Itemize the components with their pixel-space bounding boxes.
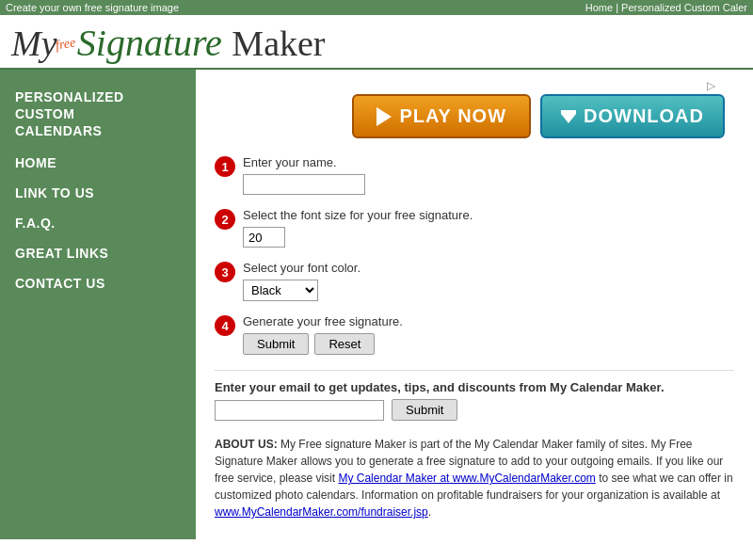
name-input[interactable]	[243, 174, 365, 195]
logo-maker: Maker	[232, 25, 325, 61]
logo: MyfreeSignature Maker	[11, 23, 326, 62]
step-1-num: 1	[215, 156, 235, 177]
sidebar-item-great-links[interactable]: GREAT LINKS	[0, 238, 196, 268]
sidebar-item-contact-us[interactable]: CONTACT US	[0, 268, 196, 298]
step-4-row: 4 Generate your free signature. Submit R…	[215, 314, 734, 355]
about-link-2[interactable]: www.MyCalendarMaker.com/fundraiser.jsp	[215, 505, 428, 519]
sidebar-item-calendars[interactable]: PERSONALIZED CUSTOM CALENDARS	[0, 81, 196, 148]
step-2-content: Select the font size for your free signa…	[243, 208, 734, 248]
email-label: Enter your email to get updates, tips, a…	[215, 380, 734, 394]
about-bold-label: ABOUT US:	[215, 438, 278, 451]
top-bar: Create your own free signature image Hom…	[0, 0, 753, 15]
logo-area: MyfreeSignature Maker	[0, 15, 753, 70]
sidebar-item-link-to-us[interactable]: LINK TO US	[0, 178, 196, 208]
email-row: Submit	[215, 399, 734, 421]
email-submit-button[interactable]: Submit	[392, 399, 457, 421]
main-layout: PERSONALIZED CUSTOM CALENDARS HOME LINK …	[0, 70, 753, 539]
top-bar-right: Home | Personalized Custom Caler	[585, 2, 747, 13]
step-1-content: Enter your name.	[243, 155, 734, 195]
download-button[interactable]: DOWNLOAD	[540, 94, 725, 138]
fontsize-input[interactable]	[243, 227, 285, 248]
about-text-3: .	[428, 505, 431, 519]
step-1-row: 1 Enter your name.	[215, 155, 734, 195]
step-2-row: 2 Select the font size for your free sig…	[215, 208, 734, 248]
sidebar: PERSONALIZED CUSTOM CALENDARS HOME LINK …	[0, 70, 196, 539]
step-2-label: Select the font size for your free signa…	[243, 208, 734, 222]
step-3-content: Select your font color. Black Red Blue G…	[243, 261, 734, 301]
play-now-button[interactable]: PLAY NOW	[352, 94, 531, 138]
submit-button[interactable]: Submit	[243, 333, 309, 355]
logo-free: free	[54, 36, 75, 52]
email-input[interactable]	[215, 400, 384, 421]
about-section: ABOUT US: My Free signature Maker is par…	[215, 436, 734, 520]
reset-button[interactable]: Reset	[314, 333, 375, 355]
step-3-row: 3 Select your font color. Black Red Blue…	[215, 261, 734, 301]
step-4-content: Generate your free signature. Submit Res…	[243, 314, 734, 355]
download-arrow	[561, 114, 576, 123]
email-section: Enter your email to get updates, tips, a…	[215, 370, 734, 421]
download-icon	[561, 110, 576, 123]
logo-signature: Signature	[77, 24, 222, 62]
download-label: DOWNLOAD	[584, 105, 704, 127]
step-4-label: Generate your free signature.	[243, 314, 734, 328]
step-4-num: 4	[215, 315, 235, 336]
top-bar-left: Create your own free signature image	[6, 2, 179, 13]
form-buttons: Submit Reset	[243, 333, 734, 355]
play-now-label: PLAY NOW	[399, 105, 506, 127]
sidebar-item-home[interactable]: HOME	[0, 148, 196, 178]
step-3-label: Select your font color.	[243, 261, 734, 275]
buttons-row: PLAY NOW DOWNLOAD	[215, 94, 734, 138]
font-color-select[interactable]: Black Red Blue Green Purple Orange	[243, 280, 318, 301]
content-area: ▷ PLAY NOW DOWNLOAD 1 Enter your name.	[196, 70, 753, 539]
sidebar-item-faq[interactable]: F.A.Q.	[0, 208, 196, 238]
step-2-num: 2	[215, 209, 235, 230]
triangle-hint: ▷	[215, 79, 734, 92]
play-icon	[376, 107, 392, 126]
logo-my: My	[11, 25, 57, 61]
step-3-num: 3	[215, 262, 235, 282]
about-link-1[interactable]: My Calendar Maker at www.MyCalendarMaker…	[338, 472, 595, 485]
step-1-label: Enter your name.	[243, 155, 734, 169]
